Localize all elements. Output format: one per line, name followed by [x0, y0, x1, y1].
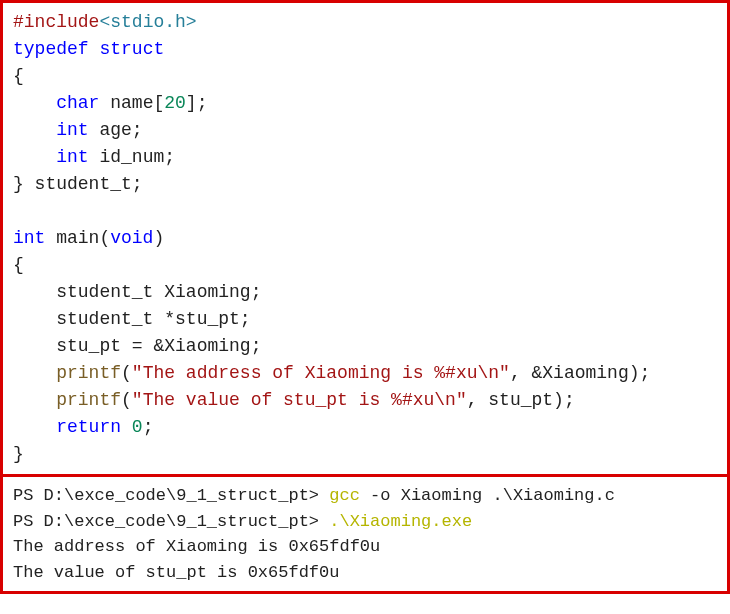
- string-literal-2: "The value of stu_pt is %#xu\n": [132, 390, 467, 410]
- include-open: <: [99, 12, 110, 32]
- array-size: 20: [164, 93, 186, 113]
- type-int: int: [56, 147, 88, 167]
- printf-args-1: , &Xiaoming);: [510, 363, 650, 383]
- include-close: >: [186, 12, 197, 32]
- string-literal-1: "The address of Xiaoming is %#xu\n": [132, 363, 510, 383]
- field-name-close: ];: [186, 93, 208, 113]
- cmd-gcc: gcc: [329, 486, 370, 505]
- main-close-paren: ): [153, 228, 164, 248]
- preprocessor-include: #include: [13, 12, 99, 32]
- decl-xiaoming: student_t Xiaoming;: [13, 282, 261, 302]
- type-int-main: int: [13, 228, 45, 248]
- terminal-output: PS D:\exce_code\9_1_struct_pt> gcc -o Xi…: [13, 483, 717, 585]
- keyword-typedef: typedef: [13, 39, 89, 59]
- paren: (: [121, 390, 132, 410]
- type-char: char: [56, 93, 99, 113]
- brace-open: {: [13, 255, 24, 275]
- keyword-void: void: [110, 228, 153, 248]
- brace-open: {: [13, 66, 24, 86]
- keyword-return: return: [56, 417, 121, 437]
- field-name: name[: [99, 93, 164, 113]
- assign-stupt: stu_pt = &Xiaoming;: [13, 336, 261, 356]
- struct-typename: student_t;: [35, 174, 143, 194]
- keyword-struct: struct: [99, 39, 164, 59]
- include-file: stdio.h: [110, 12, 186, 32]
- field-age: age;: [89, 120, 143, 140]
- field-id: id_num;: [89, 147, 175, 167]
- screenshot-root: #include<stdio.h> typedef struct { char …: [0, 0, 730, 594]
- paren: (: [121, 363, 132, 383]
- brace-close-struct: }: [13, 174, 35, 194]
- output-line-1: The address of Xiaoming is 0x65fdf0u: [13, 537, 380, 556]
- type-int: int: [56, 120, 88, 140]
- code-editor-panel: #include<stdio.h> typedef struct { char …: [0, 0, 730, 477]
- ps-prompt: PS D:\exce_code\9_1_struct_pt>: [13, 486, 329, 505]
- printf-args-2: , stu_pt);: [467, 390, 575, 410]
- fn-printf: printf: [56, 390, 121, 410]
- cmd-gcc-args: -o Xiaoming .\Xiaoming.c: [370, 486, 615, 505]
- return-zero: 0: [121, 417, 143, 437]
- source-code: #include<stdio.h> typedef struct { char …: [13, 9, 717, 468]
- decl-stupt: student_t *stu_pt;: [13, 309, 251, 329]
- ps-prompt: PS D:\exce_code\9_1_struct_pt>: [13, 512, 329, 531]
- semicolon: ;: [143, 417, 154, 437]
- main-name: main(: [45, 228, 110, 248]
- output-line-2: The value of stu_pt is 0x65fdf0u: [13, 563, 339, 582]
- terminal-panel: PS D:\exce_code\9_1_struct_pt> gcc -o Xi…: [0, 474, 730, 594]
- cmd-exe: .\Xiaoming.exe: [329, 512, 472, 531]
- brace-close: }: [13, 444, 24, 464]
- fn-printf: printf: [56, 363, 121, 383]
